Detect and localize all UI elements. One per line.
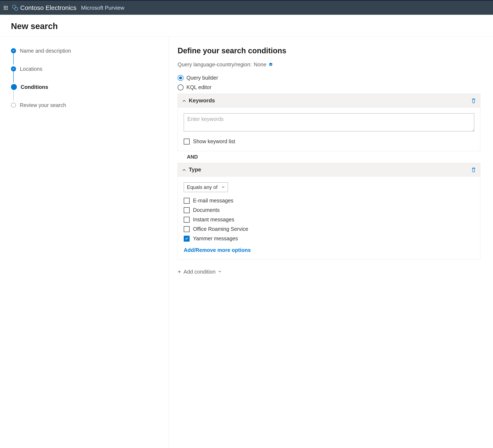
radio-label: KQL editor bbox=[186, 84, 212, 90]
chevron-down-icon bbox=[218, 270, 221, 273]
operator-select[interactable]: Equals any of bbox=[184, 182, 228, 192]
product-name: Microsoft Purview bbox=[81, 5, 124, 11]
checkbox-label: E-mail messages bbox=[193, 198, 234, 204]
step-locations[interactable]: Locations bbox=[11, 66, 168, 72]
step-label: Name and description bbox=[20, 48, 71, 54]
future-step-icon bbox=[11, 102, 16, 108]
show-keyword-list-checkbox[interactable]: Show keyword list bbox=[184, 138, 474, 145]
chevron-up-icon bbox=[182, 99, 186, 103]
checkbox-icon bbox=[184, 217, 190, 223]
app-launcher-icon[interactable] bbox=[4, 6, 8, 10]
add-remove-options-link[interactable]: Add/Remove more options bbox=[184, 247, 251, 253]
step-conditions[interactable]: Conditions bbox=[11, 84, 168, 90]
query-language-label: Query language-country/region: bbox=[178, 62, 252, 67]
card-title: Keywords bbox=[189, 97, 215, 104]
radio-query-builder[interactable]: Query builder bbox=[178, 75, 480, 81]
type-option-instant-messages[interactable]: Instant messages bbox=[184, 216, 474, 223]
step-label: Review your search bbox=[20, 102, 66, 108]
current-step-icon bbox=[11, 84, 17, 90]
language-region-icon[interactable] bbox=[269, 62, 273, 67]
wizard-steps: Name and description Locations Condition… bbox=[0, 37, 168, 448]
type-card: Type Equals any of E-mail messages Docum… bbox=[178, 163, 480, 260]
step-review[interactable]: Review your search bbox=[11, 102, 168, 108]
step-label: Locations bbox=[20, 66, 42, 72]
org-logo-icon bbox=[12, 5, 18, 11]
add-condition-label: Add condition bbox=[183, 269, 215, 275]
radio-label: Query builder bbox=[186, 75, 218, 81]
keywords-card-header[interactable]: Keywords bbox=[178, 94, 480, 107]
type-card-header[interactable]: Type bbox=[178, 163, 480, 177]
keywords-card: Keywords Show keyword list bbox=[178, 94, 480, 151]
type-option-email[interactable]: E-mail messages bbox=[184, 198, 474, 204]
query-language-value: None bbox=[254, 62, 267, 67]
org-brand[interactable]: Contoso Electronics bbox=[12, 4, 77, 11]
main-panel: Define your search conditions Query lang… bbox=[168, 37, 493, 448]
card-title: Type bbox=[189, 166, 201, 173]
type-option-office-roaming[interactable]: Office Roaming Service bbox=[184, 226, 474, 232]
delete-icon[interactable] bbox=[471, 167, 476, 172]
step-name-description[interactable]: Name and description bbox=[11, 48, 168, 54]
chevron-up-icon bbox=[182, 168, 186, 172]
checkbox-label: Office Roaming Service bbox=[193, 226, 248, 232]
keywords-input[interactable] bbox=[184, 113, 474, 131]
step-label: Conditions bbox=[21, 84, 48, 90]
checkbox-label: Show keyword list bbox=[193, 138, 235, 145]
radio-kql-editor[interactable]: KQL editor bbox=[178, 84, 480, 90]
checkbox-icon bbox=[184, 236, 190, 242]
check-icon bbox=[11, 66, 16, 71]
top-bar: Contoso Electronics Microsoft Purview bbox=[0, 0, 493, 15]
checkbox-icon bbox=[184, 139, 190, 145]
org-name: Contoso Electronics bbox=[20, 4, 77, 11]
type-option-documents[interactable]: Documents bbox=[184, 207, 474, 213]
radio-icon bbox=[178, 75, 183, 81]
check-icon bbox=[11, 48, 16, 53]
query-language-row: Query language-country/region: None bbox=[178, 62, 480, 67]
radio-icon bbox=[178, 84, 183, 90]
page-title: New search bbox=[11, 22, 482, 31]
chevron-down-icon bbox=[221, 186, 225, 189]
delete-icon[interactable] bbox=[471, 98, 476, 103]
main-heading: Define your search conditions bbox=[178, 46, 480, 55]
checkbox-icon bbox=[184, 226, 190, 232]
add-condition-button[interactable]: + Add condition bbox=[178, 268, 480, 275]
operator-value: Equals any of bbox=[187, 184, 217, 190]
type-option-yammer[interactable]: Yammer messages bbox=[184, 235, 474, 242]
checkbox-label: Instant messages bbox=[193, 216, 234, 223]
checkbox-icon bbox=[184, 198, 190, 204]
and-operator: AND bbox=[178, 151, 480, 163]
plus-icon: + bbox=[178, 268, 181, 275]
checkbox-label: Yammer messages bbox=[193, 235, 238, 242]
checkbox-label: Documents bbox=[193, 207, 220, 213]
page-header: New search bbox=[0, 15, 493, 37]
checkbox-icon bbox=[184, 207, 190, 213]
